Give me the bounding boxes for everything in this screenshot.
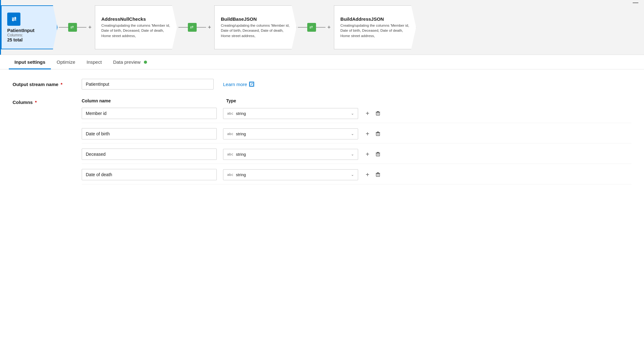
col-name-input-deceased[interactable] bbox=[82, 149, 217, 160]
connector-green-2: ⇄ bbox=[188, 23, 197, 32]
external-link-icon bbox=[249, 82, 254, 87]
column-row-date-of-birth: abc string ⌄ + bbox=[82, 128, 631, 144]
add-column-after-dob[interactable]: + bbox=[364, 129, 371, 139]
connector-1: ⇄ + bbox=[57, 0, 95, 55]
node-title-patient-input: PatientInput bbox=[7, 28, 51, 33]
columns-header-row: Columns * Column name Type abc string bbox=[13, 98, 631, 189]
output-stream-row: Output stream name * Learn more bbox=[13, 79, 631, 90]
col-header-type: Type bbox=[226, 98, 364, 103]
svg-rect-14 bbox=[376, 133, 379, 136]
pipeline-node-address-null[interactable]: AddressNullChecks Creating/updating the … bbox=[95, 0, 177, 55]
pipeline-header: ⇄ PatientInput Columns: 25 total ⇄ + Add… bbox=[0, 0, 644, 55]
delete-column-deceased[interactable] bbox=[374, 150, 382, 158]
node-count: 25 total bbox=[7, 37, 51, 42]
connector-2: ⇄ + bbox=[177, 0, 215, 55]
plus-connector-3[interactable]: + bbox=[325, 24, 333, 31]
learn-more-link[interactable]: Learn more bbox=[223, 82, 254, 87]
svg-text:⇄: ⇄ bbox=[70, 25, 74, 30]
svg-rect-22 bbox=[376, 173, 380, 174]
required-star-output: * bbox=[59, 82, 63, 87]
col-actions-member-id: + bbox=[364, 109, 382, 118]
tab-inspect[interactable]: Inspect bbox=[81, 55, 107, 69]
pipeline-node-build-base[interactable]: BuildBaseJSON Creating/updating the colu… bbox=[214, 0, 297, 55]
delete-column-dob[interactable] bbox=[374, 130, 382, 138]
add-column-after-member-id[interactable]: + bbox=[364, 109, 371, 118]
col-name-input-member-id[interactable] bbox=[82, 108, 217, 119]
type-value-member-id: string bbox=[236, 111, 246, 116]
connector-line-4 bbox=[197, 27, 206, 28]
tabs-bar: Input settings Optimize Inspect Data pre… bbox=[0, 55, 644, 69]
columns-table: Column name Type abc string ⌄ + bbox=[82, 98, 631, 189]
node-box-build-address[interactable]: BuildAddressJSON Creating/updating the c… bbox=[334, 5, 416, 49]
chevron-deceased: ⌄ bbox=[351, 152, 354, 156]
trash-icon-dod bbox=[375, 172, 381, 177]
column-row-member-id: abc string ⌄ + bbox=[82, 108, 631, 123]
data-preview-dot bbox=[144, 61, 147, 64]
connector-3: ⇄ + bbox=[297, 0, 334, 55]
col-name-input-date-of-birth[interactable] bbox=[82, 128, 217, 139]
tab-input-settings[interactable]: Input settings bbox=[9, 55, 51, 69]
delete-column-member-id[interactable] bbox=[374, 109, 382, 117]
settings-content: Output stream name * Learn more Columns … bbox=[0, 69, 644, 199]
plus-connector-1[interactable]: + bbox=[86, 24, 94, 31]
node-box-build-base[interactable]: BuildBaseJSON Creating/updating the colu… bbox=[214, 5, 297, 49]
col-actions-deceased: + bbox=[364, 149, 382, 159]
node-subtitle: Columns: bbox=[7, 33, 51, 37]
type-label-date-of-death: abc string bbox=[227, 172, 246, 177]
col-name-input-date-of-death[interactable] bbox=[82, 169, 217, 180]
transform-title-build-address: BuildAddressJSON bbox=[341, 16, 410, 22]
connector-line-6 bbox=[316, 27, 325, 28]
svg-rect-7 bbox=[376, 112, 380, 112]
col-type-select-member-id[interactable]: abc string ⌄ bbox=[223, 108, 358, 119]
svg-rect-12 bbox=[376, 132, 380, 133]
svg-rect-19 bbox=[376, 153, 379, 156]
col-actions-date-of-birth: + bbox=[364, 129, 382, 139]
col-header-name: Column name bbox=[82, 98, 220, 103]
delete-column-dod[interactable] bbox=[374, 171, 382, 179]
trash-icon-member-id bbox=[375, 111, 381, 116]
node-box-address-null[interactable]: AddressNullChecks Creating/updating the … bbox=[95, 5, 177, 49]
connector-green-1: ⇄ bbox=[68, 23, 77, 32]
svg-text:⇄: ⇄ bbox=[12, 16, 16, 22]
type-badge-deceased: abc bbox=[227, 152, 233, 156]
add-column-after-deceased[interactable]: + bbox=[364, 149, 371, 159]
col-type-select-date-of-birth[interactable]: abc string ⌄ bbox=[223, 128, 358, 139]
source-node-icon: ⇄ bbox=[7, 13, 20, 26]
type-label-date-of-birth: abc string bbox=[227, 132, 246, 136]
minimize-bar[interactable] bbox=[633, 3, 638, 3]
type-badge-date-of-birth: abc bbox=[227, 132, 233, 136]
svg-rect-13 bbox=[377, 132, 379, 132]
connector-green-3: ⇄ bbox=[307, 23, 316, 32]
required-star-columns: * bbox=[34, 100, 37, 105]
transform-desc-build-address: Creating/updating the columns 'Member id… bbox=[341, 23, 410, 38]
connector-line-1 bbox=[59, 27, 68, 28]
tab-optimize[interactable]: Optimize bbox=[51, 55, 81, 69]
plus-connector-2[interactable]: + bbox=[206, 24, 213, 31]
columns-label: Columns * bbox=[13, 98, 82, 105]
connector-line-2 bbox=[77, 27, 86, 28]
output-stream-input[interactable] bbox=[82, 79, 214, 90]
columns-section: Columns * Column name Type abc string bbox=[13, 98, 631, 189]
node-box-patient-input[interactable]: ⇄ PatientInput Columns: 25 total bbox=[1, 5, 57, 49]
trash-icon-deceased bbox=[375, 151, 381, 157]
tab-data-preview[interactable]: Data preview bbox=[107, 55, 153, 69]
type-value-date-of-death: string bbox=[236, 172, 246, 177]
connector-line-5 bbox=[298, 27, 307, 28]
type-label-member-id: abc string bbox=[227, 111, 246, 116]
type-badge-date-of-death: abc bbox=[227, 173, 233, 177]
col-type-select-date-of-death[interactable]: abc string ⌄ bbox=[223, 169, 358, 180]
output-stream-label: Output stream name * bbox=[13, 82, 82, 87]
col-actions-date-of-death: + bbox=[364, 170, 382, 180]
pipeline-node-patient-input[interactable]: ⇄ PatientInput Columns: 25 total bbox=[0, 0, 57, 55]
svg-text:⇄: ⇄ bbox=[309, 25, 313, 30]
column-row-date-of-death: abc string ⌄ + bbox=[82, 169, 631, 184]
svg-rect-18 bbox=[377, 152, 379, 153]
add-column-after-dod[interactable]: + bbox=[364, 170, 371, 180]
col-type-select-deceased[interactable]: abc string ⌄ bbox=[223, 149, 358, 160]
pipeline-node-build-address[interactable]: BuildAddressJSON Creating/updating the c… bbox=[334, 0, 416, 55]
type-label-deceased: abc string bbox=[227, 152, 246, 157]
chevron-member-id: ⌄ bbox=[351, 111, 354, 116]
transform-title-build-base: BuildBaseJSON bbox=[221, 16, 290, 22]
transform-desc-address-null: Creating/updating the columns 'Member id… bbox=[101, 23, 171, 38]
svg-rect-23 bbox=[377, 172, 379, 173]
